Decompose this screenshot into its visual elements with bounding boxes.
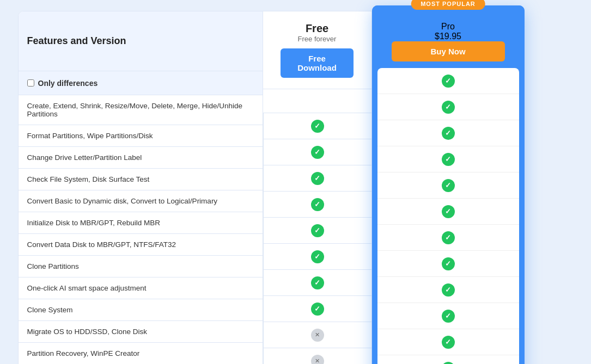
feature-label-6: Convert Data Disk to MBR/GPT, NTFS/FAT32 [19,234,263,256]
features-header-cell: Features and Version [19,11,263,71]
feature-label-5: Initialize Disk to MBR/GPT, Rebuild MBR [19,212,263,234]
free-spacer [263,89,371,113]
pro-check-11: ✓ [377,355,519,364]
pro-check-5: ✓ [377,199,519,225]
pro-checks-inner: ✓✓✓✓✓✓✓✓✓✓✓✓ [377,68,519,364]
pro-check-2: ✓ [377,120,519,146]
pro-check-9: ✓ [377,303,519,329]
feature-label-2: Change Drive Letter/Partition Label [19,147,263,169]
free-check-8: ✕ [263,322,371,348]
only-differences-checkbox[interactable] [27,79,34,87]
free-check-6: ✓ [263,270,371,296]
free-download-button[interactable]: Free Download [281,48,354,78]
feature-label-9: Clone System [19,299,263,321]
free-check-2: ✓ [263,165,371,192]
free-checks-list: ✓✓✓✓✓✓✓✓✕✕✕✕ [263,113,371,364]
free-header-cell: Free Free forever Free Download [263,11,371,89]
pro-check-3: ✓ [377,146,519,172]
most-popular-badge: MOST POPULAR [411,0,485,10]
pro-plan-name: Pro [377,22,519,32]
feature-label-3: Check File System, Disk Surface Test [19,169,263,190]
free-plan-name: Free [306,22,328,35]
pro-header-wrapper: MOST POPULAR Pro $19.95 Buy Now [372,5,525,68]
feature-label-8: One-click AI smart space adjustment [19,277,263,299]
feature-label-0: Create, Extend, Shrink, Resize/Move, Del… [19,95,263,125]
pro-column: MOST POPULAR Pro $19.95 Buy Now ✓✓✓✓✓✓✓✓… [372,5,525,364]
free-check-0: ✓ [263,113,371,139]
feature-label-1: Format Partitions, Wipe Partitions/Disk [19,125,263,147]
pro-check-8: ✓ [377,277,519,303]
free-check-9: ✕ [263,348,371,364]
feature-label-10: Migrate OS to HDD/SSD, Clone Disk [19,321,263,343]
pricing-table: Features and Version Only differences Cr… [18,11,574,364]
feature-label-7: Clone Partitions [19,256,263,277]
pro-check-6: ✓ [377,225,519,251]
pro-check-7: ✓ [377,251,519,277]
free-check-5: ✓ [263,244,371,270]
pro-check-1: ✓ [377,94,519,120]
free-check-7: ✓ [263,296,371,322]
feature-label-11: Partition Recovery, WinPE Creator [19,343,263,364]
feature-label-4: Convert Basic to Dynamic disk, Convert t… [19,190,263,212]
free-check-3: ✓ [263,192,371,218]
pro-check-4: ✓ [377,172,519,199]
free-check-1: ✓ [263,139,371,165]
free-plan-sub: Free forever [298,35,337,43]
pro-check-10: ✓ [377,329,519,355]
feature-labels-list: Create, Extend, Shrink, Resize/Move, Del… [19,95,263,364]
free-check-4: ✓ [263,218,371,244]
only-differences-row: Only differences [19,71,263,95]
only-differences-label[interactable]: Only differences [38,79,98,88]
features-column-title: Features and Version [27,35,254,47]
free-column: Free Free forever Free Download ✓✓✓✓✓✓✓✓… [263,11,372,364]
buy-now-button[interactable]: Buy Now [392,41,505,61]
pro-plan-price: $19.95 [377,32,519,41]
features-column: Features and Version Only differences Cr… [18,11,263,364]
pro-check-0: ✓ [377,68,519,94]
